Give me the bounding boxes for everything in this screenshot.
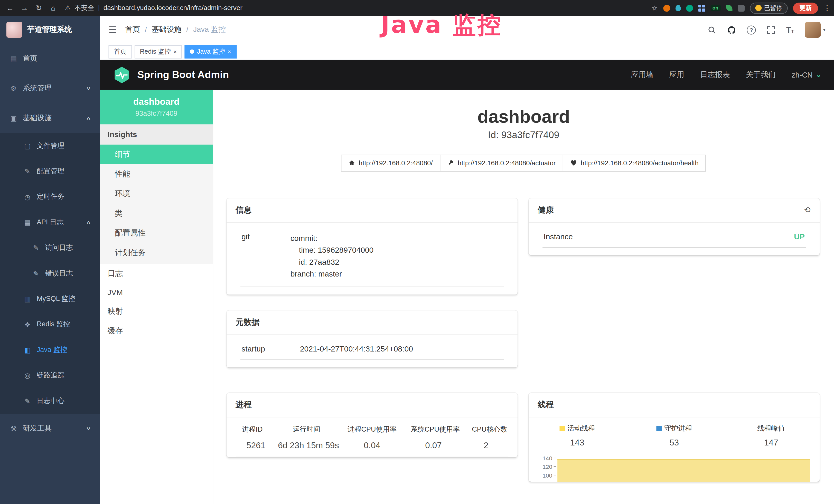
threads-chart: 140 120 100	[529, 454, 820, 482]
help-icon[interactable]: ?	[747, 25, 756, 34]
git-time-line: time: 1596289704000	[290, 244, 503, 256]
legend-daemon-threads: 守护进程	[626, 423, 723, 433]
sidebar-item-access-log[interactable]: ✎ 访问日志	[0, 235, 100, 260]
close-icon[interactable]: ×	[228, 48, 231, 55]
tab-java-monitor[interactable]: Java 监控 ×	[185, 45, 237, 58]
update-button[interactable]: 更新	[793, 2, 818, 13]
fullscreen-icon[interactable]	[766, 25, 775, 34]
sba-main: dashboard Id: 93a3fc7f7409 http://192.16…	[213, 90, 834, 504]
legend-label: 守护进程	[664, 424, 692, 432]
search-icon[interactable]	[708, 25, 717, 34]
metadata-card: 元数据 startup 2021-04-27T00:44:31.254+08:0…	[226, 311, 518, 367]
chart-plot-area	[557, 454, 812, 482]
sba-nav-journal[interactable]: 日志报表	[700, 70, 730, 79]
sidebar-item-trace[interactable]: ◎ 链路追踪	[0, 363, 100, 388]
health-url-link[interactable]: http://192.168.0.2:48080/actuator/health	[563, 155, 706, 171]
extension-icon[interactable]	[686, 5, 693, 12]
browser-home-button[interactable]: ⌂	[48, 4, 58, 12]
sba-menu-metrics[interactable]: 性能	[100, 164, 213, 184]
sidebar-item-java-monitor[interactable]: ◧ Java 监控	[0, 337, 100, 363]
extension-on-badge[interactable]: on	[710, 5, 721, 11]
address-bar[interactable]: ⚠ 不安全 | dashboard.yudao.iocoder.cn/infra…	[65, 3, 242, 12]
browser-menu-icon[interactable]: ⋮	[824, 4, 829, 12]
sidebar-item-log-center[interactable]: ✎ 日志中心	[0, 388, 100, 414]
sba-menu-mappings[interactable]: 映射	[100, 302, 213, 321]
sidebar-item-label: API 日志	[37, 217, 64, 227]
process-col-header: 运行时间	[272, 425, 340, 434]
extension-grid-icon[interactable]	[698, 5, 705, 12]
sba-nav-about[interactable]: 关于我们	[746, 70, 776, 79]
sba-menu-details[interactable]: 细节	[100, 145, 213, 165]
browser-back-button[interactable]: ←	[5, 4, 15, 12]
tab-home[interactable]: 首页	[108, 45, 132, 58]
breadcrumb-home[interactable]: 首页	[125, 25, 140, 35]
sidebar-item-api-log[interactable]: ▤ API 日志 ∧	[0, 209, 100, 235]
sba-nav-wallboard[interactable]: 应用墙	[631, 70, 654, 79]
metadata-value: 2021-04-27T00:44:31.254+08:00	[300, 344, 503, 353]
sidebar-item-file-manage[interactable]: ▢ 文件管理	[0, 133, 100, 158]
process-value: 6d 23h 15m 59s	[276, 441, 342, 450]
target-icon: ◎	[23, 371, 31, 379]
sba-menu-logs[interactable]: 日志	[100, 264, 213, 284]
actuator-url-link[interactable]: http://192.168.0.2:48080/actuator	[440, 155, 563, 171]
font-size-icon[interactable]: TT	[786, 25, 794, 34]
extension-icon[interactable]	[675, 5, 681, 11]
sba-instance-header[interactable]: dashboard 93a3fc7f7409	[100, 90, 213, 124]
app-logo[interactable]: 芋道管理系统	[0, 16, 100, 44]
legend-value: 53	[626, 438, 723, 448]
sba-menu-jvm[interactable]: JVM	[100, 283, 213, 301]
sba-menu-config-props[interactable]: 配置属性	[100, 223, 213, 243]
paused-badge[interactable]: 已暂停	[750, 2, 788, 13]
user-menu[interactable]: ▾	[805, 22, 826, 38]
bookmark-star-icon[interactable]: ☆	[651, 4, 658, 12]
browser-forward-button[interactable]: →	[20, 4, 29, 12]
sidebar-item-redis-monitor[interactable]: ❖ Redis 监控	[0, 312, 100, 337]
process-col-header: 进程ID	[232, 425, 272, 434]
caret-down-icon: ▾	[823, 27, 825, 32]
sba-menu-environment[interactable]: 环境	[100, 184, 213, 204]
sidebar-item-label: 首页	[23, 54, 37, 63]
sba-nav-applications[interactable]: 应用	[670, 70, 684, 79]
sidebar-item-error-log[interactable]: ✎ 错误日志	[0, 260, 100, 286]
sidebar-item-mysql-monitor[interactable]: ▥ MySQL 监控	[0, 286, 100, 312]
sidebar-item-home[interactable]: ▦ 首页	[0, 44, 100, 73]
sidebar-item-label: Java 监控	[37, 345, 67, 354]
process-card: 进程 进程ID 运行时间 进程CPU使用率 系统CPU使用率 CPU核心数	[226, 393, 518, 457]
y-tick: 140	[543, 454, 556, 462]
browser-refresh-button[interactable]: ↻	[34, 4, 44, 12]
sidebar-item-label: 配置管理	[37, 166, 64, 176]
chevron-down-icon: ⌄	[816, 71, 821, 78]
extension-leaf-icon[interactable]	[726, 5, 732, 11]
health-card-title: 健康	[538, 205, 554, 215]
sidebar-item-label: 日志中心	[37, 396, 64, 406]
sidebar-item-infra[interactable]: ▣ 基础设施 ∧	[0, 103, 100, 133]
sidebar-item-scheduled-job[interactable]: ◷ 定时任务	[0, 184, 100, 209]
annotation-java-monitor: Java 监控	[381, 9, 503, 41]
tab-redis-monitor[interactable]: Redis 监控 ×	[135, 45, 182, 58]
home-icon	[348, 160, 355, 167]
sidebar-item-dev-tools[interactable]: ⚒ 研发工具 ∨	[0, 414, 100, 443]
process-value: 2	[464, 441, 508, 450]
legend-peak-threads: 线程峰值	[723, 423, 820, 433]
close-icon[interactable]: ×	[173, 48, 177, 55]
sidebar-item-config-manage[interactable]: ✎ 配置管理	[0, 158, 100, 184]
sba-nav: 应用墙 应用 日志报表 关于我们 zh-CN ⌄	[631, 70, 821, 79]
sba-menu-classes[interactable]: 类	[100, 204, 213, 224]
page-title: dashboard	[226, 106, 821, 127]
history-icon[interactable]: ⟲	[804, 205, 811, 215]
sba-brand-title[interactable]: Spring Boot Admin	[137, 69, 229, 81]
git-commit-line: commit:	[290, 232, 503, 245]
sidebar-item-label: 文件管理	[37, 141, 64, 151]
metadata-key: startup	[241, 344, 300, 353]
sba-menu-scheduled-tasks[interactable]: 计划任务	[100, 243, 213, 263]
sba-menu-caches[interactable]: 缓存	[100, 321, 213, 341]
hamburger-icon[interactable]: ☰	[108, 24, 117, 35]
extension-icon[interactable]	[663, 5, 670, 12]
sidebar-item-system[interactable]: ⚙ 系统管理 ∨	[0, 73, 100, 103]
sba-language-select[interactable]: zh-CN ⌄	[792, 71, 821, 79]
extensions-puzzle-icon[interactable]	[738, 5, 744, 12]
breadcrumb-infra[interactable]: 基础设施	[152, 25, 181, 35]
github-icon[interactable]	[727, 25, 736, 34]
service-url-link[interactable]: http://192.168.0.2:48080/	[341, 155, 440, 171]
cards-row-3: 进程 进程ID 运行时间 进程CPU使用率 系统CPU使用率 CPU核心数	[226, 393, 821, 482]
